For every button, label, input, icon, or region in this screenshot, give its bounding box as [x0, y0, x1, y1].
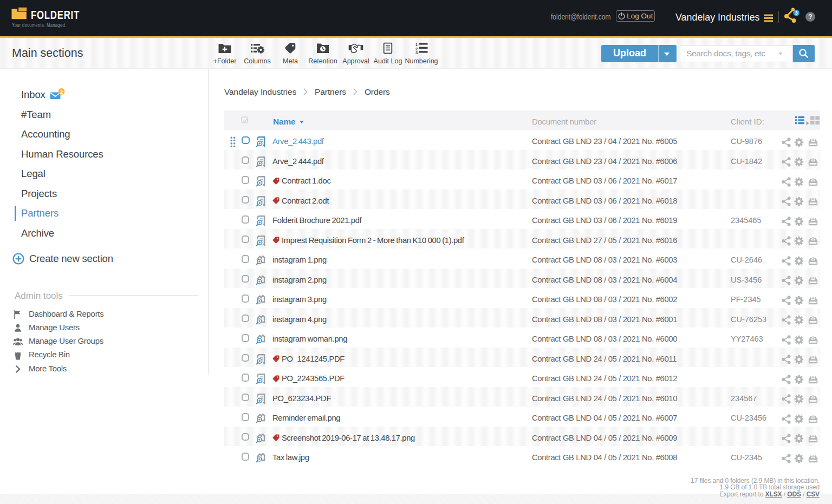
svg-text:3: 3 — [415, 50, 418, 54]
svg-text:2: 2 — [60, 89, 63, 95]
svg-text:3: 3 — [795, 10, 798, 16]
